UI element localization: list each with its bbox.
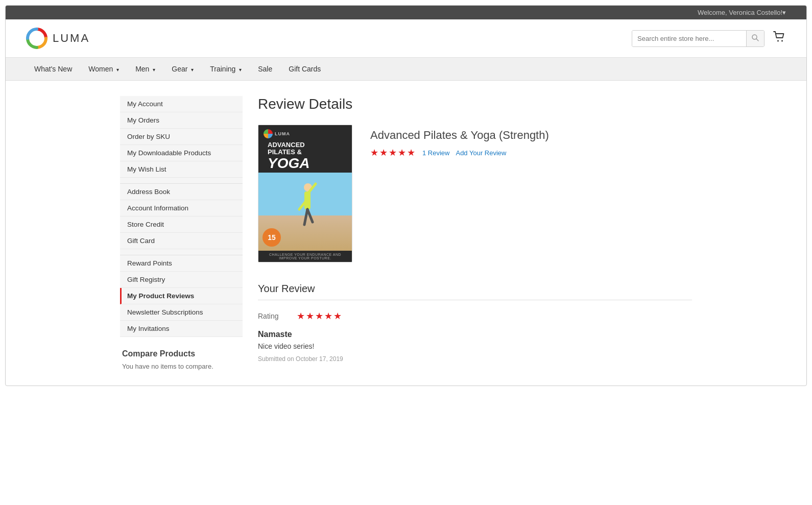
sidebar-item-my-orders[interactable]: My Orders: [120, 112, 243, 129]
product-info: Advanced Pilates & Yoga (Strength) ★★★★★…: [370, 125, 692, 262]
sidebar-item-address-book[interactable]: Address Book: [120, 184, 243, 200]
main-content: Review Details LUMA ADVANCEDPILATES & YO…: [258, 96, 692, 370]
men-chevron: ▾: [153, 67, 155, 73]
search-input[interactable]: [632, 31, 746, 46]
search-button[interactable]: [746, 31, 764, 46]
nav-item-women[interactable]: Women ▾: [80, 58, 127, 80]
sidebar-item-newsletter-subscriptions[interactable]: Newsletter Subscriptions: [120, 304, 243, 321]
nav-item-training[interactable]: Training ▾: [202, 58, 250, 80]
review-submitted: Submitted on October 17, 2019: [258, 355, 692, 363]
review-count-link[interactable]: 1 Review: [422, 149, 449, 157]
nav-item-men[interactable]: Men ▾: [127, 58, 163, 80]
dvd-badge: 15: [262, 228, 281, 247]
logo-text: LUMA: [53, 32, 90, 45]
dvd-logo-circle: [264, 129, 273, 138]
product-block: LUMA ADVANCEDPILATES & YOGA: [258, 125, 692, 262]
sidebar-item-reward-points[interactable]: Reward Points: [120, 255, 243, 272]
gear-chevron: ▾: [191, 67, 194, 73]
compare-section: Compare Products You have no items to co…: [120, 349, 243, 370]
sidebar-item-downloadable-products[interactable]: My Downloadable Products: [120, 145, 243, 161]
review-body: Nice video series!: [258, 342, 692, 350]
sidebar-item-account-information[interactable]: Account Information: [120, 200, 243, 217]
product-image-container: LUMA ADVANCEDPILATES & YOGA: [258, 125, 355, 262]
sidebar-item-wish-list[interactable]: My Wish List: [120, 161, 243, 178]
sidebar-item-gift-card[interactable]: Gift Card: [120, 233, 243, 249]
nav-item-whats-new[interactable]: What's New: [26, 58, 80, 80]
product-rating-row: ★★★★★ 1 Review Add Your Review: [370, 147, 692, 158]
main-nav: What's New Women ▾ Men ▾ Gear ▾ Training…: [6, 58, 806, 81]
sidebar-section-info: Address Book Account Information Store C…: [120, 184, 243, 249]
dvd-bg-scene: 15: [258, 173, 352, 251]
dvd-figure-svg: [290, 181, 321, 243]
dvd-title-text: ADVANCEDPILATES &: [264, 139, 347, 156]
training-chevron: ▾: [239, 67, 242, 73]
sidebar-section-account: My Account My Orders Order by SKU My Dow…: [120, 96, 243, 178]
sidebar-item-gift-registry[interactable]: Gift Registry: [120, 272, 243, 288]
header-right: [632, 30, 786, 47]
welcome-message[interactable]: Welcome, Veronica Costello!: [698, 9, 782, 16]
women-chevron: ▾: [116, 67, 119, 73]
svg-line-9: [304, 209, 307, 225]
top-bar: Welcome, Veronica Costello!▾: [6, 6, 806, 19]
your-review-section: Your Review Rating ★★★★★ Namaste Nice vi…: [258, 283, 692, 363]
user-dropdown-chevron: ▾: [782, 9, 786, 16]
sidebar-item-store-credit[interactable]: Store Credit: [120, 217, 243, 233]
rating-label: Rating: [258, 312, 289, 320]
cart-icon[interactable]: [773, 31, 786, 46]
nav-item-gift-cards[interactable]: Gift Cards: [280, 58, 329, 80]
review-headline: Namaste: [258, 330, 692, 339]
compare-title: Compare Products: [122, 349, 241, 358]
your-review-title: Your Review: [258, 283, 692, 295]
sidebar-item-my-invitations[interactable]: My Invitations: [120, 321, 243, 337]
nav-item-gear[interactable]: Gear ▾: [163, 58, 202, 80]
sidebar-item-my-product-reviews[interactable]: My Product Reviews: [120, 288, 243, 304]
add-review-link[interactable]: Add Your Review: [456, 149, 506, 157]
product-image[interactable]: LUMA ADVANCEDPILATES & YOGA: [258, 125, 352, 262]
dvd-top-bar: LUMA ADVANCEDPILATES & YOGA: [258, 125, 352, 173]
svg-line-2: [756, 39, 758, 41]
svg-point-4: [781, 40, 783, 42]
compare-text: You have no items to compare.: [122, 363, 241, 370]
svg-line-10: [307, 209, 313, 222]
sidebar-divider-1: [120, 178, 243, 184]
sidebar-section-extras: Reward Points Gift Registry My Product R…: [120, 255, 243, 337]
logo-link[interactable]: LUMA: [26, 28, 90, 49]
page-title: Review Details: [258, 96, 692, 112]
search-box: [632, 30, 765, 47]
sidebar: My Account My Orders Order by SKU My Dow…: [120, 96, 243, 370]
product-name: Advanced Pilates & Yoga (Strength): [370, 129, 692, 142]
sidebar-item-my-account[interactable]: My Account: [120, 96, 243, 112]
main-wrapper: My Account My Orders Order by SKU My Dow…: [100, 81, 712, 386]
dvd-brand-line: LUMA: [264, 129, 347, 138]
svg-point-3: [777, 40, 779, 42]
dvd-title-large: YOGA: [264, 156, 347, 171]
sidebar-item-order-by-sku[interactable]: Order by SKU: [120, 129, 243, 145]
sidebar-divider-2: [120, 249, 243, 255]
dvd-brand-name: LUMA: [275, 131, 290, 136]
review-stars: ★★★★★: [297, 310, 343, 322]
review-divider: [258, 300, 692, 300]
dvd-bottom-bar: CHALLENGE YOUR ENDURANCE AND IMPROVE YOU…: [258, 251, 352, 262]
header: LUMA: [6, 19, 806, 58]
nav-item-sale[interactable]: Sale: [250, 58, 280, 80]
logo-icon: [26, 28, 47, 49]
review-rating-row: Rating ★★★★★: [258, 310, 692, 322]
product-stars: ★★★★★: [370, 147, 416, 158]
